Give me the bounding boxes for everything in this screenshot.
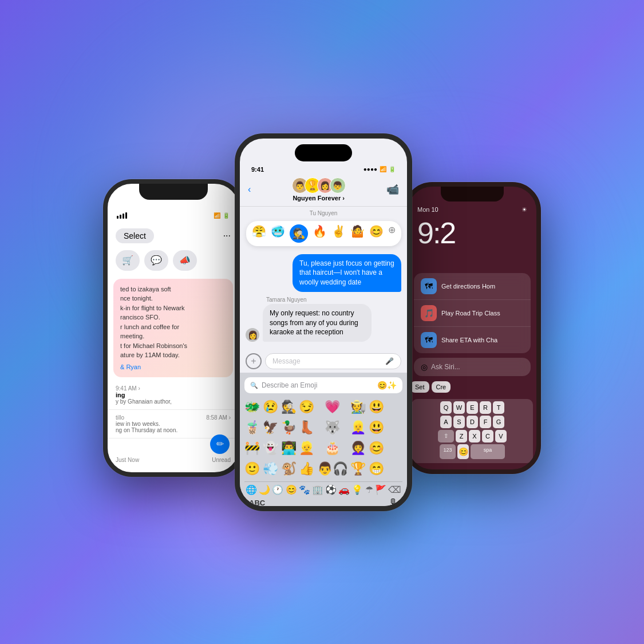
cat-car[interactable]: 🚗 — [338, 484, 350, 495]
mail-meta-2: tillo 8:58 AM › — [116, 414, 231, 421]
emoji-farmer[interactable]: 🧑‍🌾 — [350, 398, 366, 416]
emoji-ai-icon[interactable]: 😊✨ — [377, 381, 397, 390]
key-V[interactable]: V — [495, 430, 507, 442]
left-top-bar: Select ··· — [108, 226, 239, 246]
emoji-search-bar[interactable]: 🔍 Describe an Emoji 😊✨ — [244, 377, 402, 393]
phone-right: Mon 10 ☀ 9:2 🗺 Get directions Hom 🎵 Play… — [404, 182, 541, 474]
emoji-grin[interactable]: 😃 — [369, 398, 385, 416]
tapback-peace[interactable]: ✌️ — [331, 224, 346, 243]
emoji-cake[interactable]: 🎂 — [317, 439, 348, 457]
key-E[interactable]: E — [467, 401, 478, 414]
key-F[interactable]: F — [480, 416, 491, 428]
cat-smile[interactable]: 😊 — [286, 484, 297, 495]
space-key[interactable]: spa — [471, 444, 505, 459]
emoji-beam[interactable]: 😁 — [369, 460, 385, 478]
siri-music-text: Play Road Trip Class — [441, 310, 524, 317]
emoji-dj[interactable]: 👨‍🎧 — [317, 460, 348, 478]
emoji-happy[interactable]: 😃 — [369, 418, 385, 437]
keyboard-mic-icon[interactable]: 🎙 — [389, 497, 398, 508]
more-button[interactable]: ··· — [223, 231, 231, 241]
emoji-ghost[interactable]: 👻 — [263, 439, 279, 457]
emoji-duck[interactable]: 🦆 — [280, 418, 297, 437]
cat-moon[interactable]: 🌙 — [259, 484, 270, 495]
tapback-angry[interactable]: 😤 — [252, 224, 266, 243]
group-avatars: 👨 🏆 👩 👦 — [294, 177, 344, 193]
emoji-heart[interactable]: 💗 — [317, 398, 348, 416]
cat-flag[interactable]: 🚩 — [375, 484, 386, 495]
emoji-coder[interactable]: 👨‍💻 — [280, 439, 297, 457]
siri-item-directions[interactable]: 🗺 Get directions Hom — [414, 273, 531, 300]
key-123[interactable]: 123 — [440, 444, 456, 459]
tapback-smile[interactable]: 😊 — [369, 224, 384, 243]
shift-key[interactable]: ⇧ — [438, 430, 454, 442]
key-Z[interactable]: Z — [456, 430, 467, 442]
emoji-monkey[interactable]: 🐒 — [280, 460, 297, 478]
cat-paw[interactable]: 🐾 — [299, 484, 310, 495]
emoji-dragon[interactable]: 🐲 — [244, 398, 260, 416]
key-S[interactable]: S — [453, 416, 465, 428]
tapback-add[interactable]: ⊕ — [388, 224, 396, 243]
siri-item-music[interactable]: 🎵 Play Road Trip Class — [414, 300, 531, 327]
siri-input-row[interactable]: ◎ Ask Siri... — [414, 358, 531, 376]
emoji-cry[interactable]: 😢 — [263, 398, 279, 416]
message-plus-button[interactable]: + — [246, 353, 262, 369]
emoji-thumbs[interactable]: 👍 — [299, 460, 315, 478]
emoji-wind[interactable]: 💨 — [263, 460, 279, 478]
select-button[interactable]: Select — [116, 228, 154, 243]
siri-item-eta[interactable]: 🗺 Share ETA with Cha — [414, 327, 531, 353]
notif-action[interactable]: & Ryan — [120, 362, 226, 372]
emoji-smile2[interactable]: 😊 — [369, 439, 385, 457]
emoji-trophy[interactable]: 🏆 — [350, 460, 366, 478]
right-notch — [441, 187, 504, 202]
emoji-wink[interactable]: 😏 — [299, 398, 315, 416]
mic-icon[interactable]: 🎤 — [385, 357, 394, 365]
group-name[interactable]: Nguyen Forever › — [293, 195, 344, 202]
emoji-boba[interactable]: 🧋 — [244, 418, 260, 437]
key-D[interactable]: D — [467, 416, 478, 428]
group-info[interactable]: 👨 🏆 👩 👦 Nguyen Forever › — [293, 177, 344, 202]
tapback-spy-selected[interactable]: 🕵️ — [290, 224, 308, 243]
emoji-wolf[interactable]: 🐺 — [317, 418, 348, 437]
abc-label[interactable]: ABC — [249, 499, 265, 507]
siri-ask-placeholder: Ask Siri... — [431, 363, 460, 371]
tapback-shrug[interactable]: 🤷 — [350, 224, 365, 243]
cat-bulb[interactable]: 💡 — [351, 484, 363, 495]
key-G[interactable]: G — [493, 416, 504, 428]
key-C[interactable]: C — [482, 430, 493, 442]
emoji-boot[interactable]: 👢 — [299, 418, 315, 437]
create-button[interactable]: Cre — [432, 381, 451, 393]
tapback-fire[interactable]: 🔥 — [313, 224, 327, 243]
emoji-curly[interactable]: 👩‍🦱 — [350, 439, 366, 457]
emoji-cone[interactable]: 🚧 — [244, 439, 260, 457]
video-call-icon[interactable]: 📹 — [386, 183, 399, 196]
cat-umbrella[interactable]: ☂ — [365, 484, 373, 495]
delete-key[interactable]: ⌫ — [388, 484, 401, 495]
key-R[interactable]: R — [480, 401, 491, 414]
emoji-key[interactable]: 😊 — [457, 444, 469, 459]
set-button[interactable]: Set — [410, 381, 429, 393]
key-W[interactable]: W — [453, 401, 465, 414]
emoji-blond-woman[interactable]: 👱‍♀️ — [350, 418, 366, 437]
cat-globe[interactable]: 🌐 — [246, 484, 257, 495]
emoji-blond[interactable]: 👱 — [299, 439, 315, 457]
key-T[interactable]: T — [493, 401, 504, 414]
back-button[interactable]: ‹ — [248, 184, 251, 195]
phones-container: 📶 🔋 Select ··· 🛒 💬 📣 ted to izakaya soft… — [103, 133, 541, 511]
tapback-cold[interactable]: 🥶 — [271, 224, 285, 243]
compose-button[interactable]: ✏ — [210, 434, 230, 454]
cat-building[interactable]: 🏢 — [312, 484, 323, 495]
message-input-box[interactable]: Message 🎤 — [265, 353, 401, 369]
cart-icon-pill[interactable]: 🛒 — [116, 250, 140, 271]
emoji-slight[interactable]: 🙂 — [244, 460, 260, 478]
announce-icon-pill[interactable]: 📣 — [173, 250, 197, 271]
mail-item-1[interactable]: 9:41 AM › ing y by Ghanaian author, — [108, 381, 239, 410]
key-A[interactable]: A — [440, 416, 452, 428]
cat-clock[interactable]: 🕐 — [272, 484, 283, 495]
left-footer: Just Now Unread ✏ — [108, 457, 239, 463]
chat-icon-pill[interactable]: 💬 — [144, 250, 168, 271]
key-Q[interactable]: Q — [440, 401, 452, 414]
key-X[interactable]: X — [469, 430, 480, 442]
emoji-spy[interactable]: 🕵️ — [280, 398, 297, 416]
cat-ball[interactable]: ⚽ — [325, 484, 337, 495]
emoji-eagle[interactable]: 🦅 — [263, 418, 279, 437]
